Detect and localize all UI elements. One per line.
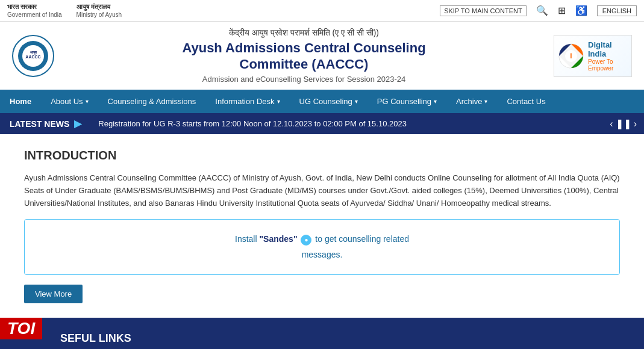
nav-item-about-us[interactable]: About Us [41, 90, 98, 113]
news-arrow-icon: ▶ [74, 118, 81, 129]
session-subtitle: Admission and eCounselling Services for … [54, 75, 554, 84]
news-ticker-text: Registration for UG R-3 starts from 12:0… [91, 119, 602, 128]
digital-india-text: Digital India [588, 40, 628, 58]
sandes-app-icon: ● [301, 235, 311, 246]
news-prev-button[interactable]: ‹ [610, 118, 613, 129]
nav-item-archive[interactable]: Archive [446, 90, 497, 113]
nav-item-counseling[interactable]: Counseling & Admissions [98, 90, 206, 113]
svg-text:i: i [570, 52, 572, 60]
news-pause-button[interactable]: ❚❚ [616, 118, 631, 129]
sandes-message: Install "Sandes" ● to get counselling re… [37, 232, 607, 262]
gov-bar: भारत सरकार Government of India आयुष मंत्… [0, 0, 644, 22]
header-logo: आयुष AACCC [12, 35, 54, 77]
site-title: Ayush Admissions Central Counseling Comm… [54, 40, 554, 72]
useful-links-section: TOI SEFUL LINKS • NICISM • NCH • NEET(UG… [0, 318, 644, 349]
latest-news-label: LATEST NEWS ▶ [0, 118, 91, 129]
view-more-button[interactable]: View More [24, 285, 83, 303]
hindi-title: केंद्रीय आयुष प्रवेश परामर्श समिति (ए ए … [54, 28, 554, 38]
news-controls: ‹ ❚❚ › [602, 118, 644, 129]
sitemap-icon[interactable]: ⊞ [558, 5, 566, 16]
gov-bar-right: SKIP TO MAIN CONTENT 🔍 ⊞ ♿ ENGLISH [440, 5, 637, 16]
intro-section-title: INTRODUCTION [24, 149, 620, 162]
aaccc-logo: आयुष AACCC [12, 35, 54, 77]
gov-bar-left: भारत सरकार Government of India आयुष मंत्… [7, 2, 122, 19]
news-next-button[interactable]: › [634, 118, 637, 129]
govt-india-label: भारत सरकार Government of India [7, 2, 62, 19]
accessibility-icon[interactable]: ♿ [575, 5, 587, 16]
digital-india-logo: i Digital India Power To Empower [554, 35, 632, 77]
useful-links-title: SEFUL LINKS [24, 332, 620, 345]
header-center: केंद्रीय आयुष प्रवेश परामर्श समिति (ए ए … [54, 28, 554, 84]
search-icon[interactable]: 🔍 [536, 5, 548, 16]
site-header: आयुष AACCC केंद्रीय आयुष प्रवेश परामर्श … [0, 22, 644, 90]
nav-item-ug-counseling[interactable]: UG Counseling [290, 90, 367, 113]
language-toggle-button[interactable]: ENGLISH [597, 5, 637, 16]
toi-badge: TOI [0, 318, 42, 339]
svg-text:AACCC: AACCC [25, 55, 40, 59]
nav-item-information-desk[interactable]: Information Desk [205, 90, 289, 113]
main-nav: Home About Us Counseling & Admissions In… [0, 90, 644, 113]
digital-india-subtext: Power To Empower [588, 58, 628, 72]
sandes-install-box: Install "Sandes" ● to get counselling re… [24, 219, 620, 274]
latest-news-bar: LATEST NEWS ▶ Registration for UG R-3 st… [0, 113, 644, 134]
ministry-ayush-label: आयुष मंत्रालय Ministry of Ayush [77, 2, 122, 19]
nav-item-contact-us[interactable]: Contact Us [497, 90, 555, 113]
intro-paragraph: Ayush Admissions Central Counseling Comm… [24, 172, 620, 209]
main-content: INTRODUCTION Ayush Admissions Central Co… [0, 134, 644, 318]
skip-to-main-content-link[interactable]: SKIP TO MAIN CONTENT [440, 5, 527, 16]
nav-item-home[interactable]: Home [0, 90, 41, 113]
svg-text:आयुष: आयुष [30, 51, 37, 55]
nav-item-pg-counselling[interactable]: PG Counselling [367, 90, 446, 113]
